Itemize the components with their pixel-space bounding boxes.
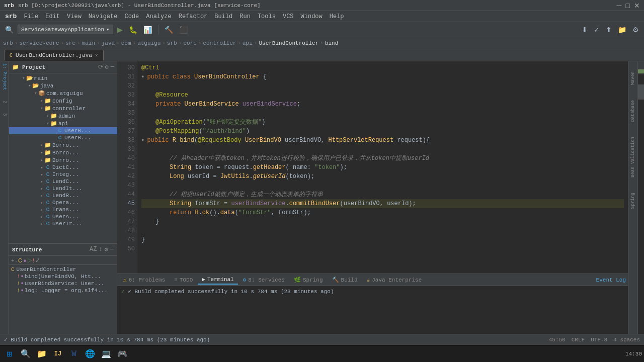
indent-settings[interactable]: 4 spaces xyxy=(613,337,640,343)
vcs-update-btn[interactable]: ⬇ xyxy=(580,25,590,35)
code-editor[interactable]: @Ctrl ● public class UserBindController … xyxy=(137,61,628,274)
maven-panel-tab[interactable]: Maven xyxy=(630,71,635,85)
tab-spring[interactable]: 🌿 Spring xyxy=(290,276,327,284)
breadcrumb-service-core[interactable]: service-core xyxy=(19,40,59,46)
tree-item-main[interactable]: ▾ 📂 main xyxy=(9,74,117,82)
run-button[interactable]: ▶ xyxy=(115,25,125,35)
tree-item-userir[interactable]: ▸ C UserIr... xyxy=(9,220,117,227)
tree-item-com-atguigu[interactable]: ▾ 📦 com.atguigu xyxy=(9,89,117,97)
struct-item-service-field[interactable]: ! ● userBindService: User... xyxy=(9,280,117,287)
struct-item-bind-method[interactable]: ! ● bind(UserBindVO, Htt... xyxy=(9,273,117,280)
menu-file[interactable]: File xyxy=(21,12,41,21)
maximize-button[interactable]: □ xyxy=(626,2,630,10)
tab-close-icon[interactable]: ✕ xyxy=(95,52,98,58)
menu-window[interactable]: Window xyxy=(298,12,326,21)
cursor-position[interactable]: 45:50 xyxy=(549,337,566,343)
menu-view[interactable]: View xyxy=(64,12,85,21)
struct-field-btn[interactable]: ● xyxy=(23,257,27,263)
breadcrumb-core[interactable]: core xyxy=(183,40,196,46)
event-log-link[interactable]: Event Log xyxy=(596,277,626,283)
sort-type-icon[interactable]: ↕ xyxy=(99,246,102,253)
tree-item-integ[interactable]: ▸ C Integ... xyxy=(9,171,117,178)
tree-item-opera[interactable]: ▸ C Opera... xyxy=(9,199,117,206)
tree-item-dictc[interactable]: ▸ C DictC... xyxy=(9,164,117,171)
tree-item-borrow1[interactable]: ▸ 📁 Borro... xyxy=(9,141,117,149)
tree-item-lendc[interactable]: ▸ C LendC... xyxy=(9,178,117,185)
scroll-thumb[interactable] xyxy=(638,84,644,100)
menu-build[interactable]: Build xyxy=(211,12,235,21)
struct-item-class[interactable]: C UserBindController xyxy=(9,266,117,273)
breadcrumb-controller[interactable]: controller xyxy=(203,40,236,46)
taskbar-app1[interactable]: 💻 xyxy=(99,346,114,361)
bookmarks-tab-vert[interactable]: 2 xyxy=(2,101,7,103)
scroll-map[interactable] xyxy=(638,74,644,334)
taskbar-app2[interactable]: 🎮 xyxy=(115,346,130,361)
build-btn[interactable]: 🔨 xyxy=(163,25,175,35)
close-panel-icon[interactable]: ─ xyxy=(111,63,114,71)
database-panel-tab[interactable]: Database xyxy=(630,100,635,122)
project-tab-vert[interactable]: 1: Project xyxy=(2,63,7,90)
sort-alpha-icon[interactable]: AZ xyxy=(90,246,97,253)
tree-item-controller[interactable]: ▾ 📁 controller xyxy=(9,105,117,112)
struct-method-btn[interactable]: ▷ xyxy=(28,257,32,263)
project-structure-btn[interactable]: 📁 xyxy=(616,25,628,35)
breadcrumb-srb2[interactable]: srb xyxy=(167,40,177,46)
tree-item-borrow2[interactable]: ▸ 📁 Borro... xyxy=(9,149,117,156)
sync-icon[interactable]: ⟳ xyxy=(98,63,103,71)
spring-panel-tab[interactable]: Spring xyxy=(630,193,635,209)
taskbar-files[interactable]: 📁 xyxy=(34,346,49,361)
tree-item-userbind2[interactable]: C UserB... xyxy=(9,134,117,141)
tree-item-borrow3[interactable]: ▸ 📁 Borro... xyxy=(9,156,117,164)
menu-navigate[interactable]: Navigate xyxy=(86,12,121,21)
taskbar-chrome[interactable]: 🌐 xyxy=(83,346,98,361)
tree-item-admin[interactable]: ▸ 📁 admin xyxy=(9,112,117,120)
breadcrumb-class[interactable]: UserBindController xyxy=(259,40,318,46)
menu-analyze[interactable]: Analyze xyxy=(143,12,174,21)
menu-vcs[interactable]: VCS xyxy=(280,12,297,21)
tree-item-api[interactable]: ▾ 📁 api xyxy=(9,120,117,127)
minimize-button[interactable]: ─ xyxy=(617,2,622,10)
tab-problems[interactable]: ⚠ 6: Problems xyxy=(119,276,169,284)
taskbar-word[interactable]: W xyxy=(66,346,82,361)
tree-item-lendit[interactable]: ▸ C LendIt... xyxy=(9,185,117,192)
tab-terminal[interactable]: ▶ Terminal xyxy=(198,275,237,285)
encoding[interactable]: UTF-8 xyxy=(591,337,607,343)
breadcrumb-atguigu[interactable]: atguigu xyxy=(137,40,160,46)
tree-item-lendr[interactable]: ▸ C LendR... xyxy=(9,192,117,199)
taskbar-search[interactable]: 🔍 xyxy=(18,346,33,361)
tree-item-usera[interactable]: ▸ C UserA... xyxy=(9,213,117,220)
bean-validation-panel-tab[interactable]: Bean Validation xyxy=(630,137,635,177)
taskbar-windows[interactable]: ⊞ xyxy=(2,346,17,361)
tab-build[interactable]: 🔨 Build xyxy=(328,276,362,284)
breadcrumb-main[interactable]: main xyxy=(82,40,95,46)
menu-refactor[interactable]: Refactor xyxy=(176,12,211,21)
struct-expand-btn[interactable]: ⤢ xyxy=(35,257,40,263)
vcs-push-btn[interactable]: ⬆ xyxy=(604,25,614,35)
struct-item-log-field[interactable]: ! ● log: Logger = org.slf4... xyxy=(9,287,117,294)
breadcrumb-java[interactable]: java xyxy=(102,40,115,46)
close-button[interactable]: ✕ xyxy=(634,2,640,10)
tree-item-config[interactable]: ▸ 📁 config xyxy=(9,97,117,105)
menu-tools[interactable]: Tools xyxy=(255,12,279,21)
line-endings[interactable]: CRLF xyxy=(572,337,585,343)
breadcrumb-com[interactable]: com xyxy=(121,40,131,46)
run-with-coverage-btn[interactable]: 📊 xyxy=(141,25,154,35)
settings-panel-icon[interactable]: ⚙ xyxy=(105,63,109,71)
vcs-commit-btn[interactable]: ✓ xyxy=(592,25,602,35)
menu-code[interactable]: Code xyxy=(121,12,142,21)
struct-error-btn[interactable]: ! xyxy=(33,257,34,263)
tab-todo[interactable]: ≡ TODO xyxy=(170,276,197,284)
search-everywhere-btn[interactable]: 🔍 xyxy=(3,25,16,35)
struct-add-btn[interactable]: + xyxy=(11,257,14,263)
struct-remove-btn[interactable]: - xyxy=(15,257,17,263)
breadcrumb-method[interactable]: bind xyxy=(325,40,338,46)
tab-userbindcontroller[interactable]: C UserBindController.java ✕ xyxy=(4,50,104,61)
struct-class-btn[interactable]: C xyxy=(18,257,22,263)
tab-java-enterprise[interactable]: ☕ Java Enterprise xyxy=(363,276,426,284)
structure-close-icon[interactable]: ─ xyxy=(110,246,114,253)
taskbar-intellij[interactable]: IJ xyxy=(50,346,65,361)
breadcrumb-api[interactable]: api xyxy=(243,40,253,46)
run-config[interactable]: ServiceGatewayApplication ▾ xyxy=(18,25,113,34)
code-container[interactable]: 30 31 32 33 34 35 36 37 38 39 40 41 42 4… xyxy=(117,61,628,274)
structure-settings-icon[interactable]: ⚙ xyxy=(105,246,108,253)
